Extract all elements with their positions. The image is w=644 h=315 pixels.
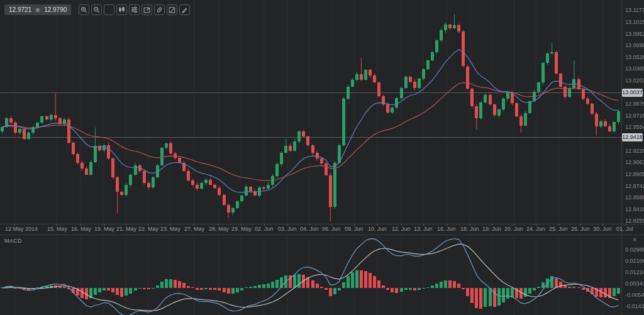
candle-down bbox=[72, 143, 75, 154]
candle-down bbox=[586, 99, 589, 104]
price-chart-surface[interactable] bbox=[0, 0, 621, 224]
candle-up bbox=[537, 82, 540, 92]
quote-badge[interactable]: 12.9721 12.9790 bbox=[4, 4, 71, 15]
candle-up bbox=[351, 80, 354, 86]
pen-icon bbox=[181, 6, 188, 13]
price-tick-label: 12.9554 bbox=[625, 124, 644, 130]
candle-down bbox=[223, 195, 226, 205]
macd-histogram-bar bbox=[320, 287, 323, 289]
macd-histogram-bar bbox=[103, 288, 106, 290]
zoom-in-button[interactable] bbox=[79, 4, 89, 15]
macd-histogram-bar bbox=[311, 280, 314, 288]
candle-up bbox=[391, 108, 394, 113]
candle-down bbox=[174, 153, 177, 158]
macd-histogram-bar bbox=[462, 288, 465, 289]
candle-up bbox=[284, 146, 287, 153]
date-tick-label: 04. Jun bbox=[300, 226, 319, 232]
macd-histogram-bar bbox=[497, 288, 501, 306]
macd-histogram-bar bbox=[613, 288, 616, 296]
candle-up bbox=[422, 69, 425, 79]
candle-up bbox=[267, 185, 270, 189]
macd-histogram-bar bbox=[329, 288, 332, 296]
price-tick-label: 13.0852 bbox=[625, 31, 644, 37]
macd-histogram-bar bbox=[209, 288, 212, 290]
date-tick-label: 30. Jun bbox=[593, 226, 612, 232]
candle-down bbox=[14, 123, 17, 133]
candle-up bbox=[152, 177, 155, 187]
macd-histogram-bar bbox=[333, 288, 336, 294]
candle-up bbox=[524, 113, 527, 126]
macd-histogram-bar bbox=[617, 288, 620, 294]
candle-down bbox=[249, 187, 252, 191]
candle-down bbox=[493, 104, 496, 115]
macd-histogram-bar bbox=[422, 288, 425, 289]
macd-histogram-bar bbox=[191, 287, 194, 288]
candle-up bbox=[435, 40, 438, 52]
date-tick-label: 15. May bbox=[47, 226, 67, 232]
macd-histogram-bar bbox=[107, 288, 110, 290]
date-tick-label: 29. May bbox=[231, 226, 252, 232]
candle-down bbox=[209, 180, 212, 185]
candle-up bbox=[204, 180, 208, 184]
candle-up bbox=[347, 87, 350, 99]
price-tick-label: 12.8580 bbox=[625, 194, 644, 201]
macd-histogram-bar bbox=[373, 276, 376, 288]
candle-up bbox=[617, 111, 620, 122]
price-tick-label: 12.9879 bbox=[625, 101, 644, 107]
macd-tick-label: 0.00341 bbox=[625, 280, 644, 287]
candle-up bbox=[245, 187, 248, 196]
candle-up bbox=[89, 162, 92, 175]
price-tick-label: 13.0365 bbox=[625, 65, 644, 72]
candle-down bbox=[218, 188, 221, 194]
export-button[interactable] bbox=[142, 4, 152, 15]
macd-histogram-bar bbox=[182, 283, 186, 288]
candle-down bbox=[178, 158, 181, 163]
attach-button[interactable] bbox=[154, 4, 165, 15]
chart-type-button[interactable] bbox=[116, 4, 127, 15]
macd-histogram-bar bbox=[262, 284, 265, 288]
macd-histogram-bar bbox=[267, 284, 270, 288]
indicators-button[interactable] bbox=[129, 4, 140, 15]
candle-up bbox=[404, 77, 408, 88]
macd-histogram-bar bbox=[479, 288, 482, 309]
macd-histogram-bar bbox=[213, 288, 216, 290]
macd-histogram-bar bbox=[156, 285, 159, 288]
candle-down bbox=[67, 119, 70, 143]
candle-up bbox=[484, 95, 487, 102]
sliders-icon bbox=[131, 6, 138, 13]
draw-button[interactable] bbox=[179, 4, 190, 15]
price-tick-label: 12.8255 bbox=[625, 218, 644, 224]
macd-histogram-bar bbox=[120, 288, 123, 297]
macd-histogram-bar bbox=[409, 288, 412, 290]
macd-histogram-bar bbox=[506, 288, 509, 299]
price-tick-label: 12.8742 bbox=[625, 183, 644, 189]
candle-down bbox=[143, 171, 146, 184]
macd-close-icon[interactable]: × bbox=[631, 235, 638, 244]
candle-up bbox=[568, 88, 571, 97]
candle-down bbox=[196, 185, 199, 189]
price-tick-label: 12.8905 bbox=[625, 171, 644, 177]
macd-histogram-bar bbox=[351, 272, 354, 288]
macd-histogram-bar bbox=[231, 288, 235, 294]
candle-down bbox=[377, 82, 380, 96]
macd-histogram-bar bbox=[470, 288, 474, 303]
horizontal-price-lines[interactable] bbox=[0, 92, 621, 137]
candle-up bbox=[231, 208, 235, 213]
timeframe-button[interactable]: 4H bbox=[104, 4, 114, 15]
price-tick-label: 12.9229 bbox=[625, 148, 644, 154]
candle-up bbox=[125, 185, 128, 195]
macd-chart-surface[interactable] bbox=[0, 235, 621, 315]
macd-tick-label: -0.01423 bbox=[625, 303, 644, 309]
candle-up bbox=[94, 146, 97, 162]
candle-up bbox=[440, 30, 443, 40]
candle-up bbox=[426, 60, 430, 69]
macd-histogram-bar bbox=[245, 287, 248, 288]
candle-up bbox=[528, 101, 531, 114]
date-tick-label: 26. Jun bbox=[571, 226, 590, 232]
zoom-out-button[interactable] bbox=[91, 4, 102, 15]
candle-down bbox=[409, 77, 412, 82]
edit-button[interactable] bbox=[167, 4, 177, 15]
date-tick-label: 28. May bbox=[209, 226, 229, 232]
box-arrow-icon bbox=[143, 6, 150, 13]
date-tick-label: 24. Jun bbox=[526, 226, 545, 232]
